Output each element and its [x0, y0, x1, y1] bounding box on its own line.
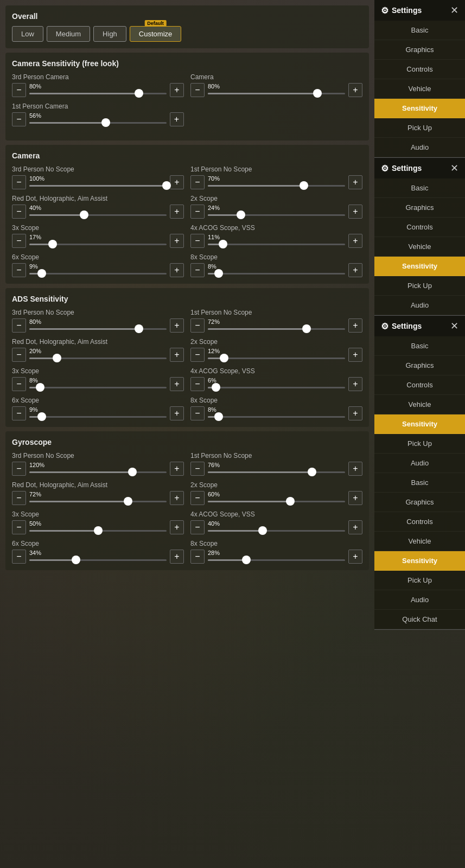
gyro-l3-plus[interactable]: +	[170, 550, 184, 564]
sidebar-controls-3a[interactable]: Controls	[374, 375, 465, 395]
third-person-minus[interactable]: −	[12, 83, 26, 97]
gear-icon-3: ⚙	[381, 321, 388, 331]
first-person-plus[interactable]: +	[170, 112, 184, 126]
gyro-l2-plus[interactable]: +	[170, 520, 184, 534]
cam-r0-minus[interactable]: −	[190, 175, 205, 189]
sidebar-sensitivity-3a[interactable]: Sensitivity	[374, 414, 465, 434]
sidebar-sensitivity-3b[interactable]: Sensitivity	[374, 551, 465, 571]
gyro-l1-plus[interactable]: +	[170, 491, 184, 505]
gyro-l0-minus[interactable]: −	[12, 462, 26, 476]
sidebar-basic-3b[interactable]: Basic	[374, 473, 465, 493]
ads-l1-minus[interactable]: −	[12, 348, 26, 362]
ads-r1-plus[interactable]: +	[348, 348, 362, 362]
gyro-r0-minus[interactable]: −	[190, 462, 205, 476]
cam-l3-minus[interactable]: −	[12, 263, 26, 277]
ads-l2-plus[interactable]: +	[170, 377, 184, 391]
close-button-1[interactable]: ✕	[450, 4, 458, 16]
cam-r3-plus[interactable]: +	[348, 263, 362, 277]
gyro-r3-plus[interactable]: +	[348, 550, 362, 564]
sidebar-pickup-3a[interactable]: Pick Up	[374, 434, 465, 454]
sidebar-audio-1[interactable]: Audio	[374, 138, 465, 157]
sidebar-pickup-2[interactable]: Pick Up	[374, 276, 465, 296]
settings-header-3: ⚙ Settings ✕	[374, 316, 465, 336]
ads-l3-minus[interactable]: −	[12, 406, 26, 420]
cam-l0-minus[interactable]: −	[12, 175, 26, 189]
ads-r2-minus[interactable]: −	[190, 377, 205, 391]
sidebar-pickup-3b[interactable]: Pick Up	[374, 571, 465, 590]
camera-plus[interactable]: +	[348, 83, 362, 97]
cam-l1-plus[interactable]: +	[170, 205, 184, 219]
sidebar-vehicle-2[interactable]: Vehicle	[374, 237, 465, 257]
cam-r0-plus[interactable]: +	[348, 175, 362, 189]
ads-l0-plus[interactable]: +	[170, 318, 184, 333]
first-person-track[interactable]	[29, 122, 167, 124]
sidebar-audio-2[interactable]: Audio	[374, 296, 465, 315]
gyro-r2-minus[interactable]: −	[190, 520, 205, 534]
sidebar-audio-3a[interactable]: Audio	[374, 454, 465, 473]
sidebar-vehicle-1[interactable]: Vehicle	[374, 79, 465, 99]
third-person-track[interactable]	[29, 93, 167, 94]
ads-r1-minus[interactable]: −	[190, 348, 205, 362]
third-person-plus[interactable]: +	[170, 83, 184, 97]
ads-r3-plus[interactable]: +	[348, 406, 362, 420]
gyro-r3-minus[interactable]: −	[190, 550, 205, 564]
gear-icon-1: ⚙	[381, 5, 388, 16]
third-person-thumb[interactable]	[135, 89, 143, 98]
sidebar-controls-2[interactable]: Controls	[374, 218, 465, 237]
camera-track[interactable]	[208, 93, 345, 94]
cam-l2-minus[interactable]: −	[12, 234, 26, 248]
gyro-r1-plus[interactable]: +	[348, 491, 362, 505]
sidebar-quickchat-3[interactable]: Quick Chat	[374, 610, 465, 629]
sidebar-graphics-2[interactable]: Graphics	[374, 198, 465, 218]
ads-l3-plus[interactable]: +	[170, 406, 184, 420]
gyro-l3-minus[interactable]: −	[12, 550, 26, 564]
sidebar-vehicle-3a[interactable]: Vehicle	[374, 395, 465, 414]
cam-r2-plus[interactable]: +	[348, 234, 362, 248]
preset-low[interactable]: Low	[12, 26, 43, 42]
cam-r2-minus[interactable]: −	[190, 234, 205, 248]
sidebar-basic-2[interactable]: Basic	[374, 178, 465, 198]
sidebar-pickup-1[interactable]: Pick Up	[374, 118, 465, 138]
first-person-minus[interactable]: −	[12, 112, 26, 126]
sidebar-vehicle-3b[interactable]: Vehicle	[374, 532, 465, 551]
gyro-r2-plus[interactable]: +	[348, 520, 362, 534]
ads-r0-plus[interactable]: +	[348, 318, 362, 333]
ads-r3-minus[interactable]: −	[190, 406, 205, 420]
camera-minus[interactable]: −	[190, 83, 205, 97]
gyro-r1-minus[interactable]: −	[190, 491, 205, 505]
sidebar-graphics-1[interactable]: Graphics	[374, 40, 465, 60]
camera-thumb[interactable]	[313, 89, 322, 98]
sidebar-sensitivity-1[interactable]: Sensitivity	[374, 99, 465, 118]
cam-l3-plus[interactable]: +	[170, 263, 184, 277]
sidebar-graphics-3a[interactable]: Graphics	[374, 356, 465, 375]
gyro-r0-plus[interactable]: +	[348, 462, 362, 476]
sidebar-basic-3a[interactable]: Basic	[374, 336, 465, 356]
sidebar-sensitivity-2[interactable]: Sensitivity	[374, 257, 465, 276]
sidebar-controls-1[interactable]: Controls	[374, 60, 465, 79]
cam-l2-plus[interactable]: +	[170, 234, 184, 248]
close-button-2[interactable]: ✕	[450, 162, 458, 174]
preset-high[interactable]: High	[93, 26, 126, 42]
cam-r3-minus[interactable]: −	[190, 263, 205, 277]
sidebar-graphics-3b[interactable]: Graphics	[374, 493, 465, 512]
close-button-3[interactable]: ✕	[450, 320, 458, 332]
sidebar-basic-1[interactable]: Basic	[374, 21, 465, 40]
ads-l0-minus[interactable]: −	[12, 318, 26, 333]
sidebar-audio-3b[interactable]: Audio	[374, 590, 465, 610]
ads-l2-minus[interactable]: −	[12, 377, 26, 391]
cam-r1-minus[interactable]: −	[190, 205, 205, 219]
ads-r0-minus[interactable]: −	[190, 318, 205, 333]
first-person-thumb[interactable]	[101, 118, 110, 127]
ads-l1-plus[interactable]: +	[170, 348, 184, 362]
cam-r1-plus[interactable]: +	[348, 205, 362, 219]
preset-medium[interactable]: Medium	[47, 26, 90, 42]
ads-r2-plus[interactable]: +	[348, 377, 362, 391]
cam-l0-plus[interactable]: +	[170, 175, 184, 189]
preset-customize[interactable]: Default Customize	[130, 26, 181, 42]
cam-l1-minus[interactable]: −	[12, 205, 26, 219]
sidebar-controls-3b[interactable]: Controls	[374, 512, 465, 532]
gyro-l0-plus[interactable]: +	[170, 462, 184, 476]
ads-row-1: Red Dot, Holographic, Aim Assist − 20% +…	[12, 338, 362, 362]
gyro-l1-minus[interactable]: −	[12, 491, 26, 505]
gyro-l2-minus[interactable]: −	[12, 520, 26, 534]
